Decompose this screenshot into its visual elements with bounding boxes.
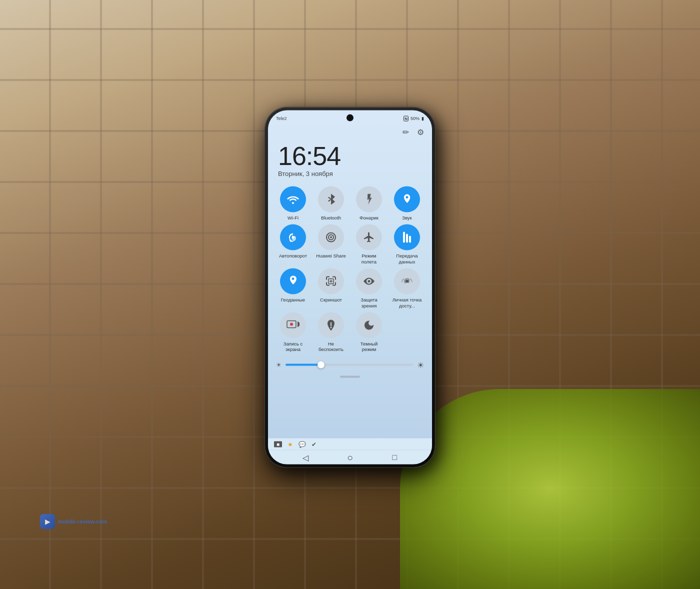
- battery-icon: ▮: [422, 116, 424, 121]
- huawei-share-label: Huawei Share: [316, 253, 346, 258]
- watermark: ▶ mobile-review.com: [40, 514, 108, 529]
- eye-icon: [356, 268, 382, 294]
- recents-button[interactable]: □: [389, 452, 400, 463]
- autorotate-label: Автоповорот: [279, 253, 307, 258]
- clock-area: 16:54 Вторник, 3 ноября: [268, 139, 432, 180]
- svg-rect-6: [409, 236, 411, 243]
- back-button[interactable]: ◁: [300, 452, 311, 463]
- taskbar-windows[interactable]: ■: [274, 441, 282, 447]
- svg-point-10: [368, 280, 370, 282]
- hotspot-label: Личная точка досту...: [392, 297, 422, 308]
- tile-hotspot[interactable]: Личная точка досту...: [390, 268, 424, 308]
- airplane-icon: [356, 224, 382, 250]
- data-icon: [394, 224, 420, 250]
- front-camera: [346, 114, 354, 122]
- tile-huawei-share[interactable]: Huawei Share: [314, 224, 348, 264]
- taskbar-check[interactable]: ✔: [310, 441, 318, 447]
- edit-icon[interactable]: ✏: [402, 128, 409, 137]
- tile-screen-record[interactable]: Запись сэкрана: [276, 312, 310, 352]
- screenshot-label: Скриншот: [320, 297, 342, 302]
- svg-marker-13: [298, 322, 300, 328]
- taskbar: ■ ★ 💬 ✔: [268, 438, 432, 450]
- location-label: Геоданные: [281, 297, 305, 302]
- dnd-label: Небеспокоить: [318, 341, 344, 352]
- huawei-share-icon: [318, 224, 344, 250]
- svg-point-14: [290, 323, 293, 326]
- nfc-icon: N: [404, 116, 408, 121]
- screen-record-label: Запись сэкрана: [284, 341, 303, 352]
- tile-airplane[interactable]: Режимполета: [352, 224, 386, 264]
- bottom-nav: ■ ★ 💬 ✔ ◁ ○ □: [268, 438, 432, 464]
- phone-device: Tele2 N 50% ▮ ✏ ⚙ 16:54 Вторник, 3 ноябр…: [265, 108, 435, 468]
- airplane-label: Режимполета: [362, 253, 376, 264]
- qs-header: ✏ ⚙: [268, 124, 432, 139]
- nav-hint: [268, 374, 432, 380]
- svg-rect-5: [406, 234, 408, 243]
- clock-time: 16:54: [278, 143, 422, 169]
- dark-mode-label: Темныйрежим: [360, 341, 378, 352]
- brightness-max-icon: ☀: [417, 360, 424, 370]
- tile-autorotate[interactable]: Автоповорот: [276, 224, 310, 264]
- flashlight-label: Фонарик: [360, 215, 378, 220]
- wifi-label: Wi-Fi: [288, 215, 298, 220]
- watermark-text: mobile-review.com: [58, 518, 108, 524]
- tile-bluetooth[interactable]: Bluetooth: [314, 186, 348, 220]
- tile-sound[interactable]: Звук: [390, 186, 424, 220]
- screenshot-icon: [318, 268, 344, 294]
- nav-buttons: ◁ ○ □: [268, 450, 432, 464]
- sound-label: Звук: [402, 215, 412, 220]
- tile-data[interactable]: Передачаданных: [390, 224, 424, 264]
- bluetooth-icon: [318, 186, 344, 212]
- bluetooth-label: Bluetooth: [321, 215, 341, 220]
- autorotate-icon: [280, 224, 306, 250]
- status-right: N 50% ▮: [404, 116, 424, 121]
- taskbar-chat[interactable]: 💬: [298, 441, 306, 447]
- brightness-thumb[interactable]: [318, 362, 324, 368]
- battery-text: 50%: [410, 116, 420, 121]
- svg-point-0: [292, 236, 294, 238]
- brightness-control: ☀ ☀: [268, 356, 432, 374]
- hotspot-icon: [394, 268, 420, 294]
- tile-dnd[interactable]: Небеспокоить: [314, 312, 348, 352]
- tile-wifi[interactable]: Wi-Fi: [276, 186, 310, 220]
- quick-tiles-grid: Wi-Fi Bluetooth: [268, 180, 432, 356]
- phone-screen: Tele2 N 50% ▮ ✏ ⚙ 16:54 Вторник, 3 ноябр…: [268, 110, 432, 464]
- flashlight-icon: [356, 186, 382, 212]
- brightness-track[interactable]: [286, 364, 413, 366]
- tile-flashlight[interactable]: Фонарик: [352, 186, 386, 220]
- svg-point-3: [330, 236, 332, 238]
- clock-date: Вторник, 3 ноября: [278, 170, 422, 178]
- wifi-icon: [280, 186, 306, 212]
- location-icon: [280, 268, 306, 294]
- tile-screenshot[interactable]: Скриншот: [314, 268, 348, 308]
- dark-mode-icon: [356, 312, 382, 338]
- brightness-min-icon: ☀: [276, 362, 282, 368]
- taskbar-star[interactable]: ★: [286, 441, 294, 447]
- dnd-icon: [318, 312, 344, 338]
- tile-dark-mode[interactable]: Темныйрежим: [352, 312, 386, 352]
- watermark-logo: ▶: [40, 514, 55, 529]
- sound-icon: [394, 186, 420, 212]
- carrier-text: Tele2: [276, 116, 287, 121]
- home-button[interactable]: ○: [344, 452, 356, 463]
- data-label: Передачаданных: [396, 253, 418, 264]
- tile-eye[interactable]: Защитазрения: [352, 268, 386, 308]
- tile-location[interactable]: Геоданные: [276, 268, 310, 308]
- nav-hint-bar: [340, 376, 360, 378]
- screen-record-icon: [280, 312, 306, 338]
- svg-rect-4: [403, 232, 405, 243]
- settings-icon[interactable]: ⚙: [417, 128, 424, 137]
- eye-label: Защитазрения: [360, 297, 378, 308]
